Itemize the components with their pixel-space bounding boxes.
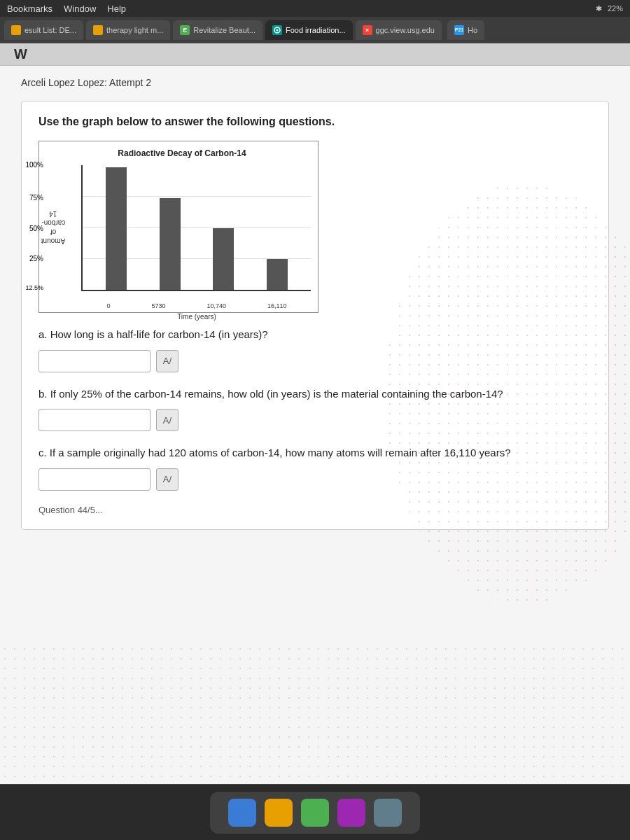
bar-0	[106, 167, 127, 290]
answer-row-b: A/	[38, 409, 592, 431]
bar-16110	[267, 259, 288, 290]
question-b-text: b. If only 25% of the carbon-14 remains,…	[38, 386, 592, 402]
attempt-label: Arceli Lopez Lopez: Attempt 2	[21, 77, 609, 88]
battery-indicator: 22%	[608, 4, 623, 13]
bar-group-0	[90, 167, 144, 290]
chart-container: Radioactive Decay of Carbon-14 Amount of…	[38, 141, 318, 313]
tab-label-therapy: therapy light m...	[106, 26, 163, 34]
y-axis-line1: Amount	[41, 237, 65, 245]
y-label-75: 75%	[29, 194, 43, 202]
y-axis-title: Amount of carbon- 14	[41, 209, 65, 246]
tab-result-list[interactable]: esult List: DE...	[4, 20, 83, 40]
dot-pattern-bottom	[0, 644, 630, 784]
dock-item-1[interactable]	[228, 799, 256, 827]
page-header-bar: W	[0, 43, 630, 66]
bar-group-10740	[197, 228, 251, 290]
answer-input-a[interactable]	[38, 350, 150, 372]
tab-revitalize[interactable]: E Revitalize Beaut...	[173, 20, 262, 40]
tab-food-irradiation[interactable]: Food irradiation...	[265, 20, 353, 40]
dock-item-3[interactable]	[301, 799, 329, 827]
y-axis-line4: 14	[49, 210, 57, 218]
tab-label-result: esult List: DE...	[24, 26, 76, 34]
question-a-text: a. How long is a half-life for carbon-14…	[38, 327, 592, 343]
main-content: Arceli Lopez Lopez: Attempt 2 Use the gr…	[0, 66, 630, 551]
bar-group-16110	[251, 259, 304, 290]
y-axis-line3: carbon-	[41, 219, 65, 227]
x-axis-title: Time (years)	[177, 313, 216, 321]
bar-10740	[213, 228, 234, 290]
content-area: W Arceli Lopez Lopez: Attempt 2 Use the …	[0, 43, 630, 784]
question-c-text: c. If a sample originally had 120 atoms …	[38, 445, 592, 461]
menu-window[interactable]: Window	[64, 4, 96, 14]
tab-icon-ggc: ×	[363, 25, 372, 35]
tab-label-food: Food irradiation...	[286, 26, 346, 34]
tab-icon-therapy	[93, 25, 103, 35]
tab-icon-revitalize: E	[180, 25, 190, 35]
x-label-0: 0	[106, 302, 110, 309]
chart-inner: Amount of carbon- 14 100% 75%	[81, 165, 311, 291]
dock-item-4[interactable]	[337, 799, 365, 827]
menu-bookmarks[interactable]: Bookmarks	[7, 4, 52, 14]
menu-bar: Bookmarks Window Help ✱ 22%	[0, 0, 630, 17]
tab-label-ggc: ggc.view.usg.edu	[376, 26, 435, 34]
question-block: Use the graph below to answer the follow…	[21, 101, 609, 530]
tab-therapy[interactable]: therapy light m...	[86, 20, 170, 40]
tab-label-extra: Ho	[468, 26, 477, 34]
answer-row-a: A/	[38, 350, 592, 372]
y-axis-line2: of	[50, 228, 56, 236]
y-label-50: 50%	[29, 225, 43, 232]
y-label-125: 12.5%	[25, 284, 43, 291]
instruction-text: Use the graph below to answer the follow…	[38, 115, 592, 128]
dock-item-5[interactable]	[374, 799, 402, 827]
x-label-5730: 5730	[151, 302, 165, 309]
svg-point-1	[276, 29, 278, 31]
format-button-a[interactable]: A/	[156, 350, 178, 372]
y-label-100: 100%	[25, 161, 43, 169]
battery-level: 22%	[608, 4, 623, 13]
tab-icon-food	[272, 25, 282, 35]
bars-area	[83, 165, 311, 290]
x-label-16110: 16,110	[267, 302, 287, 309]
dock-item-2[interactable]	[265, 799, 293, 827]
bottom-bar	[0, 784, 630, 840]
bar-5730	[160, 198, 181, 290]
tab-ggc[interactable]: × ggc.view.usg.edu	[356, 20, 442, 40]
status-right: ✱ 22%	[596, 4, 623, 13]
y-label-25: 25%	[29, 255, 43, 262]
tab-extra[interactable]: P21 Ho	[447, 20, 484, 40]
answer-input-c[interactable]	[38, 468, 150, 491]
menu-help[interactable]: Help	[107, 4, 126, 14]
format-button-c[interactable]: A/	[156, 468, 178, 491]
page-logo: W	[14, 46, 27, 62]
x-label-10740: 10,740	[206, 302, 226, 309]
next-question-hint: Question 44/5...	[38, 505, 592, 515]
browser-tab-bar: esult List: DE... therapy light m... E R…	[0, 17, 630, 43]
chart-title: Radioactive Decay of Carbon-14	[53, 148, 311, 158]
x-axis-labels: 0 5730 10,740 16,110	[83, 302, 311, 309]
bar-group-5730	[144, 198, 197, 290]
answer-row-c: A/	[38, 468, 592, 491]
dock-area	[210, 792, 420, 834]
answer-input-b[interactable]	[38, 409, 150, 431]
tab-icon-result	[11, 25, 21, 35]
bluetooth-icon: ✱	[596, 4, 602, 13]
format-button-b[interactable]: A/	[156, 409, 178, 431]
tab-icon-extra: P21	[454, 25, 464, 35]
tab-label-revitalize: Revitalize Beaut...	[193, 26, 255, 34]
